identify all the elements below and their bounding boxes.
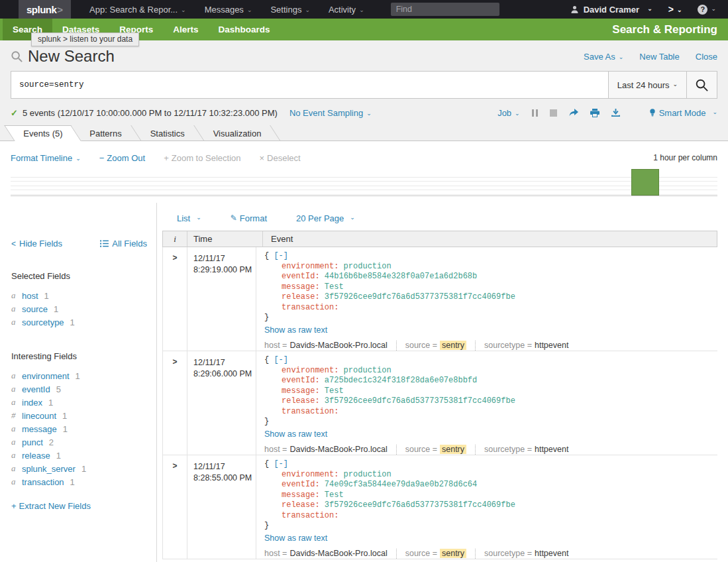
- field-host[interactable]: ahost1: [11, 289, 147, 302]
- meta-value[interactable]: Davids-MacBook-Pro.local: [289, 445, 387, 454]
- topbar-menu-messages[interactable]: Messages⌄: [195, 5, 262, 15]
- json-collapse-toggle[interactable]: [-]: [274, 355, 288, 365]
- field-name-link[interactable]: sourcetype: [22, 317, 64, 327]
- event-expand-icon[interactable]: >: [163, 455, 187, 559]
- field-eventid[interactable]: aeventId5: [11, 382, 147, 396]
- meta-value[interactable]: sentry: [440, 549, 466, 558]
- show-raw-text-link[interactable]: Show as raw text: [264, 325, 709, 335]
- event-sampling-menu[interactable]: No Event Sampling⌄: [289, 108, 372, 118]
- share-icon[interactable]: [569, 109, 578, 117]
- per-page-menu[interactable]: 20 Per Page⌄: [296, 213, 355, 223]
- job-menu[interactable]: Job⌄: [497, 108, 520, 118]
- json-value[interactable]: 3f57926cee9dfc76a6d5377375381f7cc4069fbe: [320, 292, 515, 302]
- extract-new-fields-link[interactable]: +Extract New Fields: [11, 501, 147, 511]
- json-key[interactable]: release: [282, 292, 315, 302]
- json-collapse-toggle[interactable]: [-]: [274, 251, 288, 260]
- field-message[interactable]: amessage1: [11, 422, 147, 435]
- json-key[interactable]: eventId: [282, 480, 315, 489]
- json-value[interactable]: Test: [320, 386, 344, 396]
- json-value[interactable]: Test: [320, 490, 344, 500]
- field-name-link[interactable]: index: [22, 398, 42, 408]
- json-key[interactable]: environment: [282, 470, 334, 479]
- json-key[interactable]: message: [282, 490, 315, 500]
- json-value[interactable]: production: [338, 366, 391, 375]
- topbar-menu-activity[interactable]: Activity⌄: [319, 5, 374, 15]
- field-environment[interactable]: aenvironment1: [11, 369, 147, 382]
- field-linecount[interactable]: #linecount1: [11, 409, 147, 422]
- tab-statistics[interactable]: Statistics: [137, 125, 198, 141]
- field-name-link[interactable]: source: [22, 304, 48, 314]
- field-name-link[interactable]: release: [22, 451, 50, 461]
- meta-value[interactable]: httpevent: [535, 341, 568, 350]
- meta-value[interactable]: sentry: [440, 341, 466, 350]
- zoom-out-button[interactable]: −Zoom Out: [99, 153, 145, 163]
- tab-events-5[interactable]: Events (5): [4, 125, 81, 141]
- show-raw-text-link[interactable]: Show as raw text: [264, 534, 709, 543]
- meta-value[interactable]: httpevent: [535, 445, 568, 454]
- field-name-link[interactable]: splunk_server: [22, 464, 76, 474]
- user-menu[interactable]: David Cramer ⌄: [570, 5, 652, 15]
- help-menu[interactable]: ? ⌄: [698, 5, 716, 15]
- print-icon[interactable]: [590, 109, 599, 117]
- field-release[interactable]: arelease1: [11, 449, 147, 462]
- field-punct[interactable]: apunct2: [11, 435, 147, 449]
- timeline-chart[interactable]: [11, 169, 717, 196]
- meta-value[interactable]: Davids-MacBook-Pro.local: [289, 549, 387, 558]
- json-key[interactable]: transaction: [282, 303, 334, 312]
- json-value[interactable]: production: [338, 470, 391, 479]
- find-input[interactable]: [391, 3, 499, 16]
- column-header-time[interactable]: Time: [187, 231, 262, 247]
- field-name-link[interactable]: environment: [22, 371, 70, 381]
- json-key[interactable]: eventId: [282, 376, 315, 385]
- json-key[interactable]: message: [282, 386, 315, 396]
- list-type-menu[interactable]: List⌄: [177, 213, 201, 223]
- field-source[interactable]: asource1: [11, 302, 147, 315]
- format-menu[interactable]: ✎Format: [231, 213, 267, 223]
- action-close[interactable]: Close: [696, 52, 717, 62]
- field-name-link[interactable]: message: [22, 424, 57, 434]
- splunk-arrow-menu[interactable]: >⌄: [668, 4, 682, 15]
- time-range-picker[interactable]: Last 24 hours ⌄: [609, 71, 687, 99]
- action-save-as[interactable]: Save As⌄: [584, 52, 623, 62]
- event-expand-icon[interactable]: >: [163, 351, 187, 455]
- zoom-to-selection-button[interactable]: +Zoom to Selection: [164, 153, 240, 163]
- topbar-menu-app-search-repor[interactable]: App: Search & Repor...⌄: [80, 5, 195, 15]
- nav-dashboards[interactable]: Dashboards: [209, 19, 280, 40]
- field-name-link[interactable]: eventId: [22, 384, 50, 394]
- field-index[interactable]: aindex1: [11, 396, 147, 409]
- json-value[interactable]: production: [338, 262, 391, 271]
- tab-visualization[interactable]: Visualization: [200, 125, 275, 141]
- json-key[interactable]: transaction: [282, 407, 334, 416]
- pause-icon[interactable]: [532, 109, 538, 117]
- action-new-table[interactable]: New Table: [639, 52, 679, 62]
- json-key[interactable]: release: [282, 500, 315, 510]
- stop-icon[interactable]: [550, 109, 557, 117]
- field-name-link[interactable]: transaction: [22, 477, 64, 487]
- json-key[interactable]: environment: [282, 366, 334, 375]
- hide-fields-link[interactable]: <Hide Fields: [11, 239, 62, 249]
- topbar-menu-settings[interactable]: Settings⌄: [261, 5, 319, 15]
- show-raw-text-link[interactable]: Show as raw text: [264, 429, 709, 439]
- field-name-link[interactable]: host: [22, 291, 38, 301]
- column-header-info[interactable]: i: [163, 231, 187, 247]
- json-value[interactable]: 44b16b6be8584e328f0a07e1a6d2b68b: [320, 272, 478, 281]
- splunk-logo[interactable]: splunk>: [19, 0, 71, 19]
- timeline-bar[interactable]: [631, 169, 659, 196]
- json-key[interactable]: eventId: [282, 272, 315, 281]
- field-transaction[interactable]: atransaction1: [11, 475, 147, 488]
- nav-alerts[interactable]: Alerts: [163, 19, 208, 40]
- tab-patterns[interactable]: Patterns: [76, 125, 134, 141]
- event-expand-icon[interactable]: >: [163, 247, 187, 351]
- field-name-link[interactable]: punct: [22, 437, 43, 447]
- format-timeline-menu[interactable]: Format Timeline⌄: [11, 153, 81, 163]
- all-fields-link[interactable]: All Fields: [100, 239, 147, 249]
- meta-value[interactable]: sentry: [440, 445, 466, 454]
- json-value[interactable]: Test: [320, 282, 344, 292]
- json-value[interactable]: 3f57926cee9dfc76a6d5377375381f7cc4069fbe: [320, 500, 515, 510]
- json-key[interactable]: environment: [282, 262, 334, 271]
- field-name-link[interactable]: linecount: [22, 411, 56, 421]
- json-value[interactable]: 3f57926cee9dfc76a6d5377375381f7cc4069fbe: [320, 396, 515, 406]
- json-value[interactable]: a725bdec1c324f318f28da6e07e8bbfd: [320, 376, 478, 385]
- json-key[interactable]: transaction: [282, 511, 334, 520]
- json-collapse-toggle[interactable]: [-]: [274, 459, 288, 469]
